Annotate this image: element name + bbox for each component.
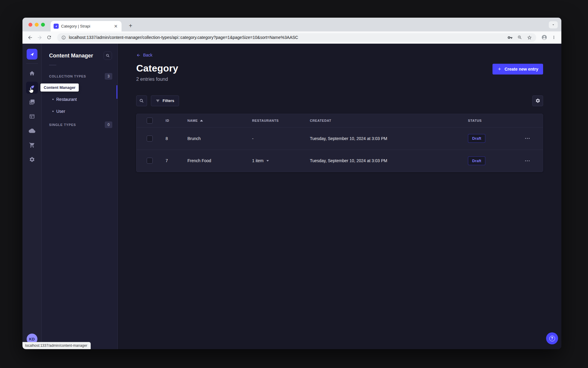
- create-new-entry-button[interactable]: Create new entry: [492, 64, 543, 74]
- browser-toolbar: localhost:1337/admin/content-manager/col…: [22, 31, 561, 44]
- status-badge: Draft: [468, 156, 485, 165]
- subnav-title: Content Manager: [49, 53, 93, 59]
- header-status[interactable]: STATUS: [468, 119, 524, 122]
- cell-restaurants: -: [252, 136, 310, 141]
- window-controls: [28, 23, 45, 27]
- cell-id: 8: [166, 136, 187, 141]
- browser-menu-icon[interactable]: [550, 34, 558, 41]
- cloud-icon[interactable]: [26, 125, 38, 137]
- tab-search-button[interactable]: [549, 21, 558, 28]
- row-actions-menu-icon[interactable]: [524, 138, 530, 139]
- bullet-icon: [52, 111, 54, 112]
- entries-count: 2 entries found: [136, 77, 543, 82]
- zoom-icon[interactable]: [517, 35, 522, 40]
- profile-icon[interactable]: [540, 34, 548, 41]
- chevron-down-icon: [266, 160, 269, 162]
- page-title: Category: [136, 63, 178, 74]
- content-type-builder-icon[interactable]: [26, 110, 38, 122]
- active-item-indicator: [116, 85, 117, 99]
- sort-ascending-icon: [200, 120, 203, 121]
- page-info-icon[interactable]: [61, 35, 66, 40]
- cell-name: French Food: [187, 158, 252, 163]
- cell-id: 7: [166, 158, 187, 163]
- subnav-divider: [49, 65, 56, 65]
- tab-title: Category | Strapi: [61, 24, 110, 28]
- cell-name: Brunch: [187, 136, 252, 141]
- tab-strip: Category | Strapi ✕ +: [22, 18, 561, 31]
- collection-types-count-badge: 3: [105, 73, 112, 80]
- single-types-section[interactable]: SINGLE TYPES 0: [42, 121, 117, 128]
- filters-button[interactable]: Filters: [151, 95, 179, 106]
- bullet-icon: [52, 99, 54, 100]
- main-content: Back Category Create new entry 2 entries…: [118, 44, 561, 349]
- sidebar-item-restaurant[interactable]: Restaurant: [42, 93, 117, 105]
- tab-close-icon[interactable]: ✕: [113, 23, 119, 29]
- header-createdat[interactable]: CREATEDAT: [310, 119, 468, 122]
- header-id[interactable]: ID: [166, 119, 187, 122]
- maximize-window-button[interactable]: [41, 23, 45, 27]
- back-button[interactable]: [26, 34, 34, 41]
- strapi-favicon-icon: [54, 24, 59, 29]
- settings-gear-icon[interactable]: [26, 153, 38, 165]
- forward-button[interactable]: [36, 34, 43, 41]
- home-icon[interactable]: [26, 67, 38, 79]
- header-restaurants[interactable]: RESTAURANTS: [252, 119, 310, 122]
- header-name[interactable]: NAME: [187, 119, 252, 122]
- cell-createdat: Tuesday, September 10, 2024 at 3:03 PM: [310, 158, 468, 163]
- minimize-window-button[interactable]: [35, 23, 39, 27]
- close-window-button[interactable]: [28, 23, 32, 27]
- row-checkbox[interactable]: [147, 136, 153, 142]
- filter-icon: [156, 99, 160, 103]
- marketplace-cart-icon[interactable]: [26, 139, 38, 151]
- link-preview-status: localhost:1337/admin/content-manager: [22, 342, 91, 349]
- address-bar[interactable]: localhost:1337/admin/content-manager/col…: [57, 33, 536, 42]
- bookmark-star-icon[interactable]: [527, 35, 532, 40]
- cell-createdat: Tuesday, September 10, 2024 at 3:03 PM: [310, 136, 468, 141]
- reload-button[interactable]: [45, 34, 53, 41]
- table-row[interactable]: 7 French Food 1 item Tuesday, September …: [137, 150, 543, 172]
- question-mark-icon: ?: [549, 336, 555, 341]
- browser-window: Category | Strapi ✕ + localhost:1337/adm…: [22, 18, 561, 349]
- collection-types-section[interactable]: COLLECTION TYPES 3: [42, 73, 117, 80]
- browser-tab[interactable]: Category | Strapi ✕: [51, 21, 122, 31]
- view-settings-gear-icon[interactable]: [532, 95, 543, 106]
- select-all-checkbox[interactable]: [147, 118, 153, 124]
- content-manager-tooltip: Content Manager: [40, 83, 79, 92]
- table-row[interactable]: 8 Brunch - Tuesday, September 10, 2024 a…: [137, 127, 543, 150]
- strapi-app: KD Content Manager COLLECTION TYPES 3 Ca…: [22, 44, 561, 349]
- status-badge: Draft: [468, 134, 485, 143]
- cell-restaurants[interactable]: 1 item: [252, 158, 310, 163]
- plus-icon: [497, 67, 502, 71]
- url-text: localhost:1337/admin/content-manager/col…: [69, 35, 504, 40]
- table-search-icon[interactable]: [136, 95, 147, 106]
- sidebar-item-user[interactable]: User: [42, 105, 117, 117]
- table-header-row: ID NAME RESTAURANTS CREATEDAT STATUS: [137, 114, 543, 127]
- subnav-search-icon[interactable]: [104, 51, 112, 60]
- row-checkbox[interactable]: [147, 158, 153, 164]
- row-actions-menu-icon[interactable]: [524, 160, 530, 161]
- mouse-cursor: [27, 86, 35, 95]
- strapi-logo: [27, 49, 37, 60]
- new-tab-button[interactable]: +: [126, 22, 135, 30]
- entries-table: ID NAME RESTAURANTS CREATEDAT STATUS 8 B…: [136, 114, 543, 172]
- media-library-icon[interactable]: [26, 96, 38, 108]
- single-types-count-badge: 0: [105, 121, 112, 128]
- back-link[interactable]: Back: [136, 53, 152, 57]
- rail-divider: [26, 63, 38, 64]
- password-manager-icon[interactable]: [507, 35, 513, 40]
- help-button[interactable]: ?: [546, 332, 558, 344]
